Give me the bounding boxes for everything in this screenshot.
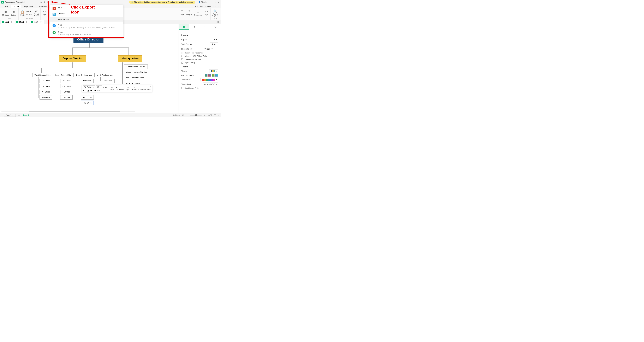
export-graphics[interactable]: 🖼 Graphics [50, 12, 123, 17]
doc-tab-2[interactable]: Map2 [16, 20, 30, 24]
doc-tab-3[interactable]: Map3 [30, 20, 44, 24]
cut-button[interactable]: ✂Cut [26, 11, 32, 13]
reset-button[interactable]: Reset [210, 43, 218, 46]
node-leaf[interactable]: NY Office [81, 79, 94, 83]
sign-in-button[interactable]: 👤 Sign In [198, 1, 206, 3]
topic-button[interactable]: ▭Topic▾ [42, 9, 48, 17]
numbering-button[interactable]: ≣Numbering [194, 10, 203, 16]
colored-branch-swatches[interactable] [204, 74, 218, 77]
pin-icon[interactable]: ⇗ [150, 85, 151, 87]
export-icon[interactable]: ⇱ [47, 1, 49, 3]
highlight-button[interactable]: 🖍▾ [94, 90, 96, 91]
maximize-icon[interactable]: ▢ [214, 1, 216, 3]
zoom-value[interactable]: 100% [208, 114, 212, 116]
rp-tab-map[interactable]: ⌖ [200, 24, 210, 30]
node-mgr[interactable]: South Rigional Mgr [53, 73, 74, 77]
zoom-in-button[interactable]: ＋ [204, 114, 205, 116]
font-color-button[interactable]: A▾ [90, 90, 92, 91]
chk-hand-drawn[interactable]: Hand-Drawn Style [181, 87, 218, 89]
publish-link[interactable]: ✈ Publish [195, 5, 202, 7]
page-select[interactable]: Page-1 ▾ [4, 114, 16, 117]
node-leaf[interactable]: FL Office [60, 90, 72, 94]
node-leaf[interactable]: AR Office [40, 90, 52, 94]
node-deputy[interactable]: Deputy Director [59, 55, 86, 62]
export-more-formats[interactable]: More formats [50, 17, 123, 22]
open-icon[interactable]: 🗁 [36, 1, 39, 3]
share-link[interactable]: ⚯ Share [204, 5, 211, 7]
doc-tab-1[interactable]: Map1 [1, 20, 15, 24]
close-icon[interactable]: ✕ [218, 1, 220, 3]
underline-button[interactable]: U [88, 90, 89, 91]
theme-color-picker[interactable]: ▾ [200, 78, 218, 81]
current-page[interactable]: Page-1 [23, 114, 29, 116]
size-select[interactable]: 10 ▾ [96, 85, 102, 89]
italic-button[interactable]: I [86, 90, 86, 91]
undo-icon[interactable]: ↶ [26, 1, 28, 3]
chk-flex-float[interactable]: Flexible Floating Topic [181, 58, 218, 60]
rp-tab-settings[interactable]: ⚙ [210, 24, 221, 30]
tab-file[interactable]: File [3, 5, 11, 8]
export-pdf[interactable]: P PDF [50, 6, 123, 12]
node-mgr[interactable]: West Regional Mgr [32, 73, 53, 77]
chk-align-sibling[interactable]: Alignment With Sibling Topic [181, 55, 218, 57]
rp-tab-style[interactable]: ✦ [189, 24, 200, 30]
layout-button[interactable]: ⚞Layout [126, 86, 130, 90]
panel-toggle-icon[interactable]: ◫ [217, 21, 220, 23]
chk-overlap[interactable]: Topic Overlap [181, 62, 218, 64]
more-button[interactable]: ▭More▾ [204, 9, 210, 17]
node-leaf[interactable]: Communication Division [124, 70, 149, 74]
node-leaf[interactable]: CA Office [40, 84, 52, 88]
theme-font-picker[interactable]: Aa Arial (Big) ▾ [203, 83, 218, 86]
node-leaf[interactable]: TX Office [60, 95, 72, 100]
node-leaf[interactable]: UT Office [40, 79, 52, 83]
paste-button[interactable]: 📋Paste [20, 10, 26, 16]
horizontal-input[interactable] [190, 47, 197, 51]
bold-button[interactable]: B [83, 90, 84, 91]
font-shrink-icon[interactable]: A↓ [105, 86, 107, 88]
tab-slideshow[interactable]: Slideshow [36, 5, 50, 8]
shape-button[interactable]: ▢Shape [110, 86, 114, 90]
collapse-ribbon-icon[interactable]: ⌄ [218, 5, 219, 7]
minimize-icon[interactable]: — [210, 1, 211, 3]
font-select[interactable]: Yu Gothic ▾ [83, 85, 95, 89]
rp-tab-layout[interactable]: ▣ [179, 24, 189, 30]
node-mgr[interactable]: East Regional Mgr [74, 73, 94, 77]
node-leaf[interactable]: ML Office [60, 79, 73, 83]
font-grow-icon[interactable]: A↑ [102, 86, 104, 88]
chk-branch-free[interactable]: Branch Free Positioning [181, 52, 218, 54]
new-icon[interactable]: ＋ [33, 1, 35, 3]
tab-page-style[interactable]: Page Style [21, 5, 36, 8]
picture-button[interactable]: 🖼...ture▾ [179, 9, 185, 17]
layout-picker[interactable]: ⊢ ▾ [212, 38, 218, 41]
border-button[interactable]: ▭Border [119, 86, 124, 90]
add-page-button[interactable]: ＋ [18, 113, 20, 117]
mindmap-button[interactable]: ✱MindMap [2, 10, 10, 16]
save-icon[interactable]: 🗎 [40, 1, 42, 3]
node-selected[interactable]: SC Office [81, 101, 94, 105]
node-leaf[interactable]: NM Office [40, 95, 52, 100]
node-hq[interactable]: Headquarters [118, 55, 142, 62]
branch-button[interactable]: ⑂Branch [132, 87, 137, 90]
help-icon[interactable]: ?⌄ [213, 5, 216, 7]
formula-button[interactable]: ΣFormula▾ [186, 9, 193, 17]
view-mode-icon[interactable]: ◫ [2, 114, 3, 116]
node-leaf[interactable]: Administrative Division [124, 65, 148, 69]
copy-button[interactable]: ⎘Copy [26, 13, 32, 16]
node-leaf[interactable]: Risk Control Division [124, 76, 146, 80]
zoom-slider[interactable] [190, 115, 202, 115]
horizontal-scrollbar[interactable] [2, 111, 135, 112]
format-painter-button[interactable]: 🖌Format Painter [33, 9, 40, 17]
export-publish[interactable]: ✈ PublishPublish the map to the communit… [50, 23, 123, 30]
find-replace-button[interactable]: 🔍Find & Replace [212, 9, 219, 17]
fullscreen-icon[interactable]: ⤢ [218, 114, 219, 116]
node-leaf[interactable]: WA Office [102, 79, 114, 83]
export-share[interactable]: ➦ ShareShare the map to Facebook and Twi… [50, 30, 123, 37]
connector-button[interactable]: —Connector [138, 87, 146, 90]
node-leaf[interactable]: GA Office [60, 84, 73, 88]
clear-format-button[interactable]: ⌫ [98, 90, 100, 91]
fit-page-icon[interactable]: ⛶ [214, 114, 216, 116]
trial-banner[interactable]: 🛒 The trial period has expired. Upgrade … [129, 1, 196, 4]
print-icon[interactable]: 🖶 [44, 1, 46, 3]
outliner-button[interactable]: ≡Outliner [10, 10, 18, 16]
node-leaf[interactable]: NC Office [81, 95, 94, 100]
